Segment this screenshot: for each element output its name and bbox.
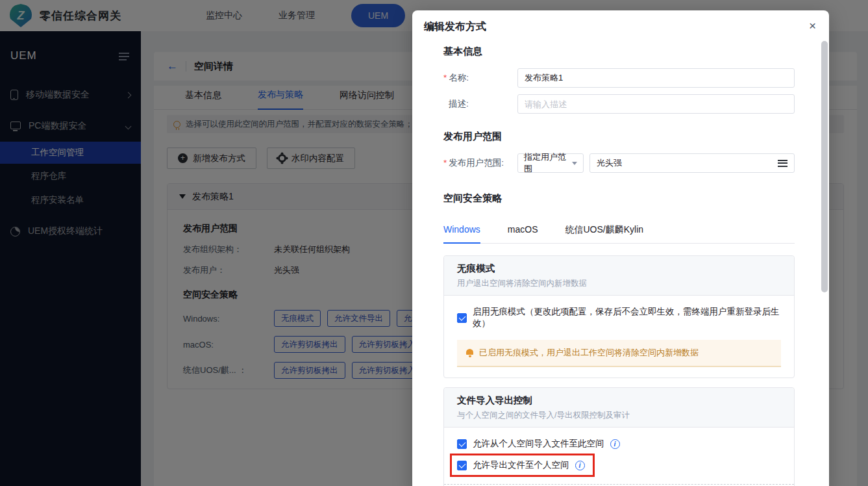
file-control-subtitle: 与个人空间之间的文件导入/导出权限控制及审计	[457, 410, 781, 421]
required-mark: *	[443, 73, 447, 83]
checkbox-enable-incognito[interactable]	[457, 313, 467, 323]
incognito-alert: 已启用无痕模式，用户退出工作空间将清除空间内新增数据	[457, 340, 781, 367]
modal-scrollbar	[821, 41, 828, 486]
file-control-title: 文件导入导出控制	[457, 394, 781, 407]
section-space-policy: 空间安全策略	[443, 192, 795, 205]
user-list-icon[interactable]	[778, 160, 787, 167]
info-icon[interactable]: i	[610, 439, 620, 449]
scope-select-value: 指定用户范围	[524, 151, 572, 175]
checkbox-allow-export[interactable]	[457, 461, 467, 470]
section-basic-info: 基本信息	[443, 45, 795, 58]
scope-field-label: *发布用户范围:	[443, 157, 517, 169]
incognito-mode-card: 无痕模式 用户退出空间将清除空间内新增数据 启用无痕模式（更改此项配置，保存后不…	[443, 255, 795, 378]
required-mark: *	[443, 158, 447, 168]
name-input[interactable]	[517, 68, 795, 88]
scrollbar-thumb[interactable]	[821, 41, 828, 292]
scope-user-input[interactable]: 光头强	[589, 153, 795, 173]
os-tab-uos-kylin[interactable]: 统信UOS/麒麟Kylin	[565, 224, 643, 243]
checkbox-label: 启用无痕模式（更改此项配置，保存后不会立即生效，需终端用户重新登录后生效）	[473, 306, 781, 329]
bell-icon	[466, 349, 473, 355]
scope-user-value: 光头强	[597, 157, 622, 169]
os-tabs: Windows macOS 统信UOS/麒麟Kylin	[443, 224, 795, 244]
annotation-highlight-box: 允许导出文件至个人空间 i	[450, 454, 595, 477]
os-tab-macos[interactable]: macOS	[508, 224, 538, 243]
close-icon[interactable]: ×	[809, 19, 816, 32]
info-icon[interactable]: i	[575, 461, 585, 470]
checkbox-allow-import[interactable]	[457, 439, 467, 449]
scope-select[interactable]: 指定用户范围	[517, 153, 584, 173]
section-publish-scope: 发布用户范围	[443, 131, 795, 143]
checkbox-label: 允许从个人空间导入文件至此空间	[473, 438, 604, 450]
os-tab-windows[interactable]: Windows	[443, 224, 480, 244]
incognito-title: 无痕模式	[457, 262, 781, 275]
file-io-control-card: 文件导入导出控制 与个人空间之间的文件导入/导出权限控制及审计 允许从个人空间导…	[443, 387, 795, 486]
edit-publish-method-modal: 编辑发布方式 × 基本信息 *名称: 描述: 发布用户范围 *发布用户范围: 指…	[412, 10, 829, 486]
dashed-divider	[444, 484, 794, 485]
checkbox-label: 允许导出文件至个人空间	[473, 459, 569, 471]
incognito-subtitle: 用户退出空间将清除空间内新增数据	[457, 278, 781, 289]
caret-down-icon	[572, 162, 577, 165]
name-field-label: *名称:	[443, 72, 517, 84]
description-input[interactable]	[517, 94, 795, 114]
alert-text: 已启用无痕模式，用户退出工作空间将清除空间内新增数据	[479, 347, 699, 359]
desc-field-label: 描述:	[443, 98, 517, 110]
modal-title: 编辑发布方式	[424, 20, 817, 34]
